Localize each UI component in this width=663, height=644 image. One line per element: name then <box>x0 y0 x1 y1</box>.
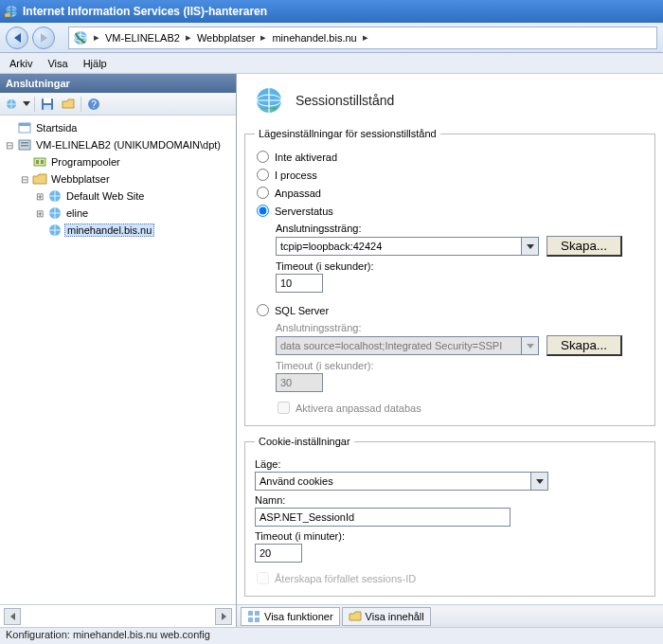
session-state-icon <box>254 85 284 116</box>
radio-sql[interactable]: SQL Server <box>257 304 645 316</box>
sites-folder-icon <box>32 171 47 187</box>
status-bar: Konfiguration: minehandel.bis.nu web.con… <box>0 627 663 644</box>
tab-content-label: Visa innehåll <box>366 611 424 622</box>
svg-rect-14 <box>21 142 28 144</box>
breadcrumb-site[interactable]: minehandel.bis.nu <box>272 32 356 44</box>
content-view-icon <box>349 610 362 623</box>
enable-custom-db-label: Aktivera anpassad databas <box>296 402 421 414</box>
enable-custom-db-checkbox <box>278 402 290 414</box>
radio-custom-input[interactable] <box>257 187 269 199</box>
svg-rect-12 <box>19 123 30 126</box>
tree-site-minehandel[interactable]: minehandel.bis.nu <box>34 222 234 239</box>
svg-rect-18 <box>41 160 44 164</box>
svg-rect-15 <box>21 145 28 147</box>
breadcrumb-server[interactable]: VM-ELINELAB2 <box>105 32 180 44</box>
nav-back-button[interactable] <box>6 27 28 49</box>
menu-visa[interactable]: Visa <box>47 58 67 69</box>
breadcrumb-sep-icon: ▸ <box>363 31 368 44</box>
sql-conn-dropdown <box>522 336 539 355</box>
radio-custom[interactable]: Anpassad <box>257 187 645 199</box>
radio-stateserver-input[interactable] <box>257 205 269 217</box>
mode-settings-legend: Lägesinställningar för sessionstillstånd <box>255 128 440 139</box>
enable-custom-db: Aktivera anpassad databas <box>278 402 645 414</box>
cookie-timeout-input[interactable] <box>255 544 302 563</box>
cookie-name-input[interactable] <box>255 508 511 527</box>
cookie-mode-select[interactable] <box>255 472 531 491</box>
cookie-settings-legend: Cookie-inställningar <box>255 436 354 447</box>
tree-server[interactable]: ⊟ VM-ELINELAB2 (UNIKUMDOMAIN\dpt) <box>4 136 234 153</box>
tab-features-label: Visa funktioner <box>264 611 333 622</box>
tree-start-page[interactable]: Startsida <box>4 119 234 136</box>
svg-rect-17 <box>36 160 39 164</box>
radio-custom-label: Anpassad <box>275 188 321 199</box>
server-icon <box>17 137 32 152</box>
radio-not-active[interactable]: Inte aktiverad <box>257 151 645 163</box>
page-title: Sessionstillstånd <box>296 93 394 108</box>
tree-sites[interactable]: ⊟ Webbplatser <box>19 170 234 188</box>
cookie-mode-dropdown[interactable] <box>531 472 548 491</box>
connections-toolbar: ? <box>0 93 236 116</box>
tree-site-default[interactable]: ⊞ Default Web Site <box>34 188 234 205</box>
connections-header: Anslutningar <box>0 74 236 93</box>
menu-arkiv[interactable]: Arkiv <box>9 58 32 69</box>
radio-stateserver[interactable]: Serverstatus <box>257 205 645 217</box>
stateserver-conn-dropdown[interactable] <box>522 237 539 256</box>
cookie-timeout-label: Timeout (i minuter): <box>255 530 645 542</box>
radio-stateserver-label: Serverstatus <box>275 206 333 217</box>
scroll-left-button[interactable] <box>4 608 21 625</box>
start-page-icon <box>17 120 32 135</box>
title-bar: Internet Information Services (IIS)-hant… <box>0 0 663 23</box>
sql-conn-input <box>276 336 522 355</box>
folder-button[interactable] <box>60 96 77 113</box>
breadcrumb-sep-icon: ▸ <box>260 31 266 44</box>
tree-site-eline[interactable]: ⊞ eline <box>34 205 234 222</box>
cookie-name-label: Namn: <box>255 494 645 506</box>
website-icon <box>47 206 63 221</box>
breadcrumb-sites[interactable]: Webbplatser <box>197 32 256 44</box>
connect-dropdown-icon[interactable] <box>23 101 30 106</box>
expand-toggle-icon[interactable]: ⊟ <box>4 140 15 151</box>
svg-rect-24 <box>248 611 253 616</box>
regen-expired-id-label: Återskapa förfallet sessions-ID <box>275 573 416 584</box>
radio-inprocess-input[interactable] <box>257 169 269 181</box>
expand-toggle-icon[interactable]: ⊞ <box>34 208 45 219</box>
app-pools-icon <box>32 154 47 170</box>
radio-sql-input[interactable] <box>257 304 269 316</box>
save-button[interactable] <box>39 96 56 113</box>
cookie-settings-group: Cookie-inställningar Läge: Namn: Timeout… <box>244 436 655 597</box>
cookie-mode-label: Läge: <box>255 458 645 470</box>
expand-toggle-icon[interactable]: ⊞ <box>34 191 45 202</box>
breadcrumb-sep-icon: ▸ <box>94 31 99 44</box>
content-tabs: Visa funktioner Visa innehåll <box>237 604 663 627</box>
site-icon <box>73 30 88 45</box>
connect-button[interactable] <box>4 96 21 113</box>
svg-rect-7 <box>44 98 51 103</box>
sql-create-button[interactable]: Skapa... <box>547 335 622 356</box>
menu-hjalp[interactable]: Hjälp <box>83 58 107 69</box>
connections-tree[interactable]: Startsida ⊟ VM-ELINELAB2 (UNIKUMDOMAIN\d… <box>0 116 236 604</box>
stateserver-timeout-label: Timeout (i sekunder): <box>276 260 645 272</box>
connections-panel: Anslutningar ? <box>0 74 237 627</box>
address-bar[interactable]: ▸ VM-ELINELAB2 ▸ Webbplatser ▸ minehande… <box>68 27 657 49</box>
sql-timeout-input <box>276 373 323 392</box>
expand-toggle-icon[interactable]: ⊟ <box>19 174 30 185</box>
stateserver-timeout-input[interactable] <box>276 274 323 293</box>
stateserver-conn-label: Anslutningssträng: <box>276 223 645 234</box>
content-scroll[interactable]: Lägesinställningar för sessionstillstånd… <box>237 124 663 604</box>
radio-inprocess[interactable]: I process <box>257 169 645 181</box>
regen-expired-id: Återskapa förfallet sessions-ID <box>257 572 645 584</box>
scroll-right-button[interactable] <box>215 608 232 625</box>
sql-conn-label: Anslutningssträng: <box>276 322 645 333</box>
nav-forward-button <box>32 27 55 49</box>
stateserver-conn-input[interactable] <box>276 237 522 256</box>
stateserver-create-button[interactable]: Skapa... <box>547 236 622 257</box>
radio-not-active-input[interactable] <box>257 151 269 163</box>
svg-rect-27 <box>255 617 260 622</box>
help-button[interactable]: ? <box>85 96 102 113</box>
tree-app-pools[interactable]: Programpooler <box>19 153 234 170</box>
tab-content-view[interactable]: Visa innehåll <box>342 607 431 626</box>
mode-settings-group: Lägesinställningar för sessionstillstånd… <box>244 128 655 426</box>
content-header: Sessionstillstånd <box>237 74 663 124</box>
nav-toolbar: ▸ VM-ELINELAB2 ▸ Webbplatser ▸ minehande… <box>0 23 663 53</box>
tab-features-view[interactable]: Visa funktioner <box>241 607 340 626</box>
